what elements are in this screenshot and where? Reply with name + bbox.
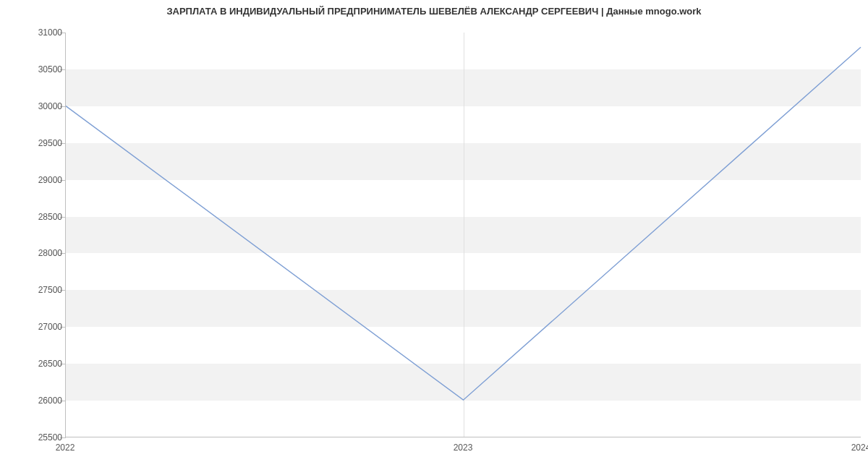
y-axis-label: 30000	[4, 101, 62, 111]
x-axis-label: 2022	[56, 443, 75, 453]
x-axis-label: 2023	[454, 443, 473, 453]
line-chart: ЗАРПЛАТА В ИНДИВИДУАЛЬНЫЙ ПРЕДПРИНИМАТЕЛ…	[0, 0, 868, 470]
y-axis-label: 31000	[4, 27, 62, 38]
y-axis-label: 25500	[4, 432, 62, 443]
line-layer	[66, 33, 861, 437]
series-line	[66, 47, 861, 400]
chart-title: ЗАРПЛАТА В ИНДИВИДУАЛЬНЫЙ ПРЕДПРИНИМАТЕЛ…	[0, 6, 868, 17]
y-axis-label: 28500	[4, 212, 62, 222]
y-axis-label: 27500	[4, 285, 62, 295]
y-axis-label: 27000	[4, 322, 62, 332]
y-axis-label: 29000	[4, 175, 62, 185]
y-axis-label: 26500	[4, 359, 62, 369]
y-axis-label: 28000	[4, 248, 62, 258]
y-axis-label: 26000	[4, 396, 62, 406]
x-axis-label: 2024	[851, 443, 868, 453]
y-axis-label: 29500	[4, 138, 62, 148]
plot-area	[65, 33, 861, 437]
y-axis-label: 30500	[4, 64, 62, 74]
